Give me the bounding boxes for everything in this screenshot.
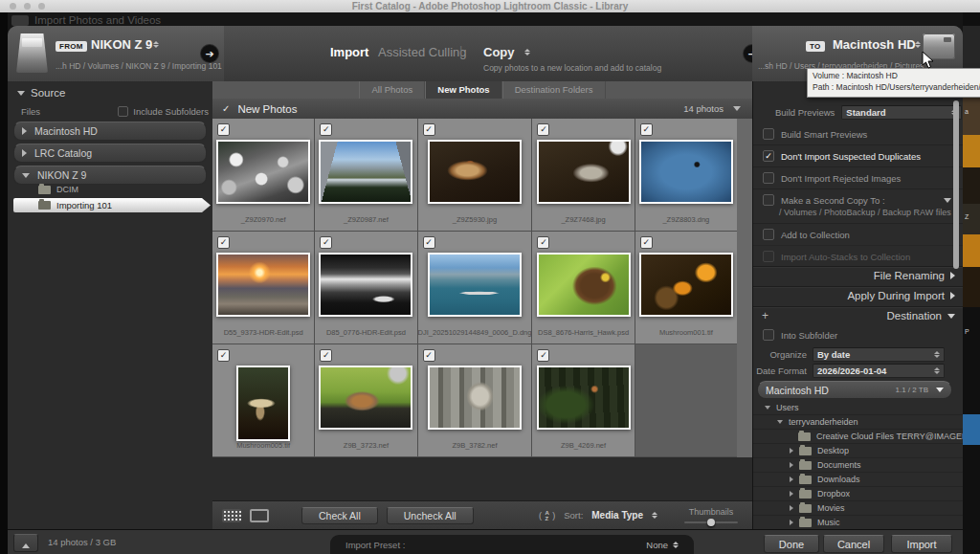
photo-cell-z9z5930-jpg[interactable]: ✓_Z9Z5930.jpg <box>418 119 532 231</box>
copy-popup-icon[interactable] <box>524 49 530 55</box>
photo-thumbnail[interactable] <box>319 366 412 430</box>
panel-expand-icon[interactable] <box>950 272 955 279</box>
photo-cell-z9b-3723-nef[interactable]: ✓Z9B_3723.nef <box>315 344 416 456</box>
build-previews-dropdown[interactable]: Standard <box>841 105 962 120</box>
photo-cell-z9z8803-dng[interactable]: ✓_Z9Z8803.dng <box>635 119 737 231</box>
grid-scroll-gutter[interactable] <box>737 119 752 457</box>
date-format-dropdown[interactable]: 2026/2026-01-04 <box>813 364 945 378</box>
tab-copy[interactable]: Copy <box>483 45 515 59</box>
volume-collapse-icon[interactable] <box>936 388 944 392</box>
dest-folder-creative-cloud-files-terry-imagelightco[interactable]: Creative Cloud Files TERRY@IMAGELIGHTCO.… <box>753 430 963 444</box>
source-device-macintosh-hd[interactable]: Macintosh HD <box>13 122 207 141</box>
disclosure-triangle[interactable] <box>790 491 793 497</box>
photo-cell-d85-0776-hdr-edit-psd[interactable]: ✓D85_0776-HDR-Edit.psd <box>315 232 416 343</box>
dest-folder-dropbox[interactable]: Dropbox <box>753 487 963 501</box>
photo-cell-d55-9373-hdr-edit-psd[interactable]: ✓D55_9373-HDR-Edit.psd <box>212 232 314 343</box>
dest-folder-terryvanderheiden[interactable]: terryvanderheiden <box>753 415 963 430</box>
photo-cell-z9b-3782-nef[interactable]: ✓Z9B_3782.nef <box>418 344 532 456</box>
photo-thumbnail[interactable] <box>319 253 412 317</box>
photo-thumbnail[interactable] <box>428 366 522 430</box>
photo-thumbnail[interactable] <box>216 253 310 317</box>
disclosure-triangle[interactable] <box>790 462 793 468</box>
apply-during-import-header[interactable]: Apply During Import <box>847 290 955 301</box>
panel-collapse-icon[interactable] <box>947 314 955 319</box>
tab-import[interactable]: Import <box>330 45 368 59</box>
source-device-section[interactable]: FROM NIKON Z 9 ...h HD / Volumes / NIKON… <box>8 26 224 81</box>
disclosure-triangle[interactable] <box>765 406 770 410</box>
photo-checkbox[interactable]: ✓ <box>537 123 549 136</box>
photo-checkbox[interactable]: ✓ <box>217 123 230 136</box>
photo-cell-z9z0987-nef[interactable]: ✓_Z9Z0987.nef <box>315 119 416 231</box>
photo-thumbnail[interactable] <box>428 253 522 317</box>
checkbox[interactable] <box>763 128 774 140</box>
photo-checkbox[interactable]: ✓ <box>537 349 549 362</box>
group-checkbox[interactable]: ✓ <box>222 103 230 114</box>
photo-checkbox[interactable]: ✓ <box>423 236 435 249</box>
panel-expand-icon[interactable] <box>950 292 955 299</box>
photo-group-header[interactable]: ✓ New Photos 14 photos <box>212 99 752 120</box>
add-destination-button[interactable]: + <box>762 309 768 322</box>
tab-assisted-culling[interactable]: Assisted Culling <box>378 45 467 59</box>
option-add-to-collection[interactable]: Add to Collection <box>753 223 963 245</box>
checkbox[interactable] <box>763 194 774 206</box>
disclosure-triangle[interactable] <box>790 505 793 511</box>
checkbox[interactable] <box>763 229 774 240</box>
dest-folder-users[interactable]: Users <box>753 401 963 415</box>
chevron-down-icon[interactable] <box>944 198 951 203</box>
destination-volume-bar[interactable]: Macintosh HD 1.1 / 2 TB <box>757 381 952 399</box>
into-subfolder-checkbox[interactable] <box>763 329 774 341</box>
disclosure-triangle[interactable] <box>790 448 793 454</box>
show-panel-button[interactable] <box>13 534 38 552</box>
option-don-t-import-rejected-images[interactable]: Don't Import Rejected Images <box>753 166 963 188</box>
photo-checkbox[interactable]: ✓ <box>320 123 332 136</box>
photo-checkbox[interactable]: ✓ <box>640 236 653 249</box>
disclosure-triangle[interactable] <box>22 173 30 178</box>
photo-cell-z9z0970-nef[interactable]: ✓_Z9Z0970.nef <box>212 119 314 231</box>
done-button[interactable]: Done <box>764 535 819 553</box>
dest-folder-desktop[interactable]: Desktop <box>753 444 963 458</box>
photo-cell-mushroom005-tif[interactable]: ✓Mushroom005.tif <box>212 344 314 456</box>
destination-volume-name[interactable]: Macintosh HD <box>833 37 916 52</box>
checkbox[interactable] <box>763 251 774 262</box>
sort-value[interactable]: Media Type <box>591 510 643 521</box>
photo-checkbox[interactable]: ✓ <box>320 349 332 362</box>
organize-dropdown[interactable]: By date <box>813 347 945 362</box>
checkbox[interactable]: ✓ <box>763 150 774 162</box>
option-make-a-second-copy-to[interactable]: Make a Second Copy To : <box>753 188 963 211</box>
disclosure-triangle[interactable] <box>790 476 793 482</box>
include-subfolders-checkbox[interactable] <box>118 106 128 117</box>
source-folder-importing-101[interactable]: Importing 101 <box>13 198 211 212</box>
photo-cell-mushroom001-tif[interactable]: ✓Mushroom001.tif <box>635 232 737 343</box>
view-tab-all-photos[interactable]: All Photos <box>359 81 425 99</box>
uncheck-all-button[interactable]: Uncheck All <box>387 507 474 524</box>
photo-thumbnail[interactable] <box>216 140 310 204</box>
panel-scrollbar[interactable] <box>953 100 959 269</box>
dest-folder-downloads[interactable]: Downloads <box>753 473 963 487</box>
photo-checkbox[interactable]: ✓ <box>640 123 653 136</box>
view-tab-destination-folders[interactable]: Destination Folders <box>502 81 606 99</box>
disclosure-triangle[interactable] <box>22 149 27 157</box>
photo-cell-z9b-4269-nef[interactable]: ✓Z9B_4269.nef <box>532 344 634 456</box>
photo-thumbnail[interactable] <box>537 366 631 430</box>
source-device-name[interactable]: NIKON Z 9 <box>91 37 152 52</box>
import-preset-value[interactable]: None <box>646 540 679 550</box>
photo-thumbnail[interactable] <box>639 140 733 204</box>
photo-thumbnail[interactable] <box>639 253 733 317</box>
disclosure-triangle[interactable] <box>790 520 793 525</box>
photo-thumbnail[interactable] <box>319 140 412 204</box>
option-import-auto-stacks-to-collection[interactable]: Import Auto-Stacks to Collection <box>753 245 963 267</box>
disclosure-triangle[interactable] <box>17 91 25 96</box>
option-build-smart-previews[interactable]: Build Smart Previews <box>753 123 963 144</box>
photo-cell-ds8-8676-harris-hawk-psd[interactable]: ✓DS8_8676-Harris_Hawk.psd <box>532 232 634 343</box>
dest-folder-movies[interactable]: Movies <box>753 501 963 516</box>
photo-thumbnail[interactable] <box>537 140 631 204</box>
photo-cell-dji-20251029144849-0006-d-dng[interactable]: ✓DJI_20251029144849_0006_D.dng <box>418 232 532 343</box>
group-collapse-icon[interactable] <box>733 106 741 111</box>
dest-folder-documents[interactable]: Documents <box>753 458 963 473</box>
import-preset-bar[interactable]: Import Preset : None <box>330 535 694 554</box>
disclosure-triangle[interactable] <box>22 127 27 135</box>
collapse-source-panel-button[interactable]: ➔ <box>201 45 218 62</box>
thumbnail-slider-handle[interactable] <box>707 519 715 526</box>
photo-thumbnail[interactable] <box>236 366 290 441</box>
photo-checkbox[interactable]: ✓ <box>320 236 332 249</box>
